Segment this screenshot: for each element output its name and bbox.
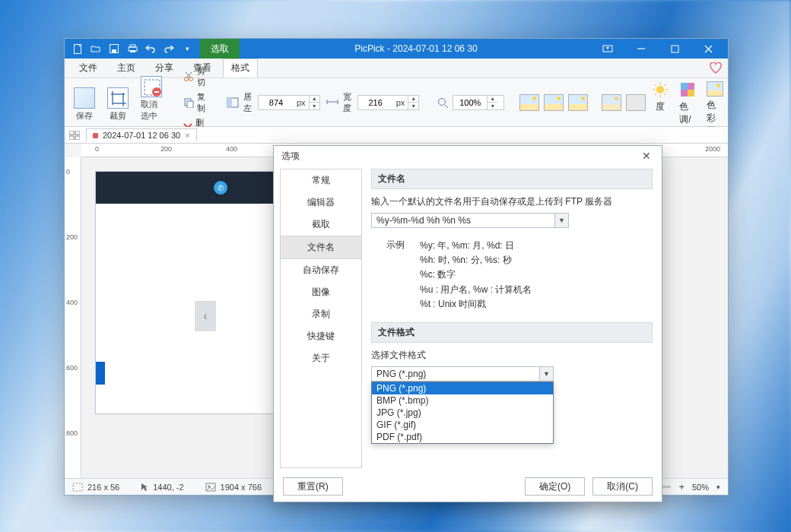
svg-point-12 xyxy=(189,77,193,81)
titlebar: ▾ 选取 PicPick - 2024-07-01 12 06 30 xyxy=(65,39,728,59)
effect-thumb[interactable] xyxy=(626,94,646,111)
hue-saturation-tool[interactable]: 色调/饱和度 xyxy=(679,81,696,123)
svg-rect-32 xyxy=(69,136,74,140)
print-icon[interactable] xyxy=(127,43,138,54)
minimize-button[interactable] xyxy=(626,39,656,59)
effect-thumb[interactable] xyxy=(544,94,564,111)
svg-point-11 xyxy=(185,77,189,81)
redo-icon[interactable] xyxy=(164,43,174,54)
sidebar-item-capture[interactable]: 截取 xyxy=(281,214,361,236)
thumbnails-icon[interactable] xyxy=(69,131,80,140)
zoom-input[interactable]: ▲▼ xyxy=(453,95,504,110)
svg-line-25 xyxy=(664,84,666,86)
quick-access-toolbar: ▾ xyxy=(65,43,200,54)
sidebar-item-general[interactable]: 常规 xyxy=(281,169,361,192)
menu-share[interactable]: 分享 xyxy=(147,59,182,78)
app-window: ▾ 选取 PicPick - 2024-07-01 12 06 30 文件 主页… xyxy=(64,38,729,496)
svg-line-23 xyxy=(655,84,656,86)
svg-rect-31 xyxy=(75,131,80,135)
svg-line-26 xyxy=(655,93,656,95)
undo-icon[interactable] xyxy=(145,43,156,54)
page-logo-icon: ✆ xyxy=(214,181,227,195)
example-block: 示例 %y: 年, %m: 月, %d: 日 %h: 时, %n: 分, %s:… xyxy=(386,239,653,312)
ribbon-deselect[interactable]: 取消选中 xyxy=(138,81,165,123)
new-icon[interactable] xyxy=(72,43,83,54)
menu-file[interactable]: 文件 xyxy=(71,59,106,78)
sidebar-item-record[interactable]: 录制 xyxy=(281,303,361,325)
svg-rect-28 xyxy=(681,83,688,90)
document-tab[interactable]: 2024-07-01 12 06 30 × xyxy=(86,128,197,141)
zoom-icon xyxy=(437,97,448,108)
effect-thumb[interactable] xyxy=(568,94,588,111)
window-controls xyxy=(592,39,728,59)
svg-point-18 xyxy=(656,86,664,93)
dialog-footer: 重置(R) 确定(O) 取消(C) xyxy=(274,471,662,502)
brightness-tool[interactable]: 度 xyxy=(652,81,669,123)
filename-description: 输入一个默认的文件名用于自动保存或是上传到 FTP 服务器 xyxy=(371,195,653,208)
open-icon[interactable] xyxy=(91,43,101,54)
options-dialog: 选项 ✕ 常规 编辑器 截取 文件名 自动保存 图像 录制 快捷键 关于 文件名… xyxy=(273,145,662,502)
sidebar-item-filename[interactable]: 文件名 xyxy=(281,236,361,259)
width-icon xyxy=(326,97,337,108)
sidebar-item-autosave[interactable]: 自动保存 xyxy=(281,259,361,281)
sidebar-item-hotkeys[interactable]: 快捷键 xyxy=(281,325,361,347)
sidebar-item-editor[interactable]: 编辑器 xyxy=(281,192,361,214)
leftpos-input[interactable]: px▲▼ xyxy=(258,95,320,110)
ribbon-context-tab[interactable]: 选取 xyxy=(200,39,240,59)
color-balance-tool[interactable]: 色彩平衡 xyxy=(707,81,723,123)
format-option[interactable]: BMP (*.bmp) xyxy=(372,394,553,407)
svg-point-17 xyxy=(439,98,446,105)
maximize-button[interactable] xyxy=(659,39,690,59)
cancel-button[interactable]: 取消(C) xyxy=(592,477,653,496)
document-tabstrip: 2024-07-01 12 06 30 × xyxy=(65,127,728,144)
ruler-vertical: 0 200 400 600 800 xyxy=(65,157,81,478)
chevron-down-icon[interactable]: ▼ xyxy=(554,214,568,227)
svg-rect-8 xyxy=(672,46,678,52)
chevron-down-icon[interactable]: ▼ xyxy=(539,367,553,381)
effect-thumb[interactable] xyxy=(519,94,539,111)
reset-button[interactable]: 重置(R) xyxy=(283,477,343,496)
dialog-close-button[interactable]: ✕ xyxy=(639,148,654,163)
width-input[interactable]: px▲▼ xyxy=(357,95,420,110)
ribbon-copy[interactable]: 复制 xyxy=(183,91,205,114)
window-title: PicPick - 2024-07-01 12 06 30 xyxy=(240,43,592,54)
filename-pattern-combo[interactable]: %y-%m-%d %h %n %s ▼ xyxy=(371,213,569,228)
format-option[interactable]: GIF (*.gif) xyxy=(372,419,553,431)
file-format-combo[interactable]: PNG (*.png) ▼ xyxy=(371,366,554,382)
file-format-dropdown: PNG (*.png) BMP (*.bmp) JPG (*.jpg) GIF … xyxy=(371,382,554,444)
menu-home[interactable]: 主页 xyxy=(109,59,144,78)
prev-arrow-icon: ‹ xyxy=(195,301,216,331)
favorite-icon[interactable] xyxy=(710,62,722,74)
svg-rect-29 xyxy=(688,90,694,97)
menubar: 文件 主页 分享 查看 格式 xyxy=(65,59,728,78)
ribbon: 保存 裁剪 取消选中 剪切 复制 删除 居左 px▲▼ 宽度 px▲▼ ▲▼ xyxy=(65,78,728,127)
svg-rect-30 xyxy=(69,131,74,135)
menu-format[interactable]: 格式 xyxy=(223,59,258,78)
svg-rect-34 xyxy=(73,483,82,491)
compact-ribbon-icon[interactable] xyxy=(592,39,623,59)
sidebar-item-image[interactable]: 图像 xyxy=(281,281,361,303)
sidebar-item-about[interactable]: 关于 xyxy=(281,347,361,369)
section-format-header: 文件格式 xyxy=(371,322,653,343)
ribbon-right-tools: 度 色调/饱和度 色彩平衡 xyxy=(652,81,728,123)
example-label: 示例 xyxy=(386,239,405,312)
ribbon-save[interactable]: 保存 xyxy=(71,81,98,123)
ribbon-cut[interactable]: 剪切 xyxy=(183,65,205,88)
svg-rect-5 xyxy=(130,50,135,52)
status-image-size: 1904 x 766 xyxy=(205,483,262,492)
format-option[interactable]: PNG (*.png) xyxy=(372,382,553,394)
save-icon[interactable] xyxy=(109,43,119,54)
format-option[interactable]: JPG (*.jpg) xyxy=(372,407,553,419)
format-option[interactable]: PDF (*.pdf) xyxy=(372,431,553,443)
svg-rect-33 xyxy=(75,136,80,140)
effect-thumb[interactable] xyxy=(602,94,621,111)
dialog-sidebar: 常规 编辑器 截取 文件名 自动保存 图像 录制 快捷键 关于 xyxy=(280,169,362,468)
ok-button[interactable]: 确定(O) xyxy=(525,477,585,496)
svg-rect-16 xyxy=(227,98,232,107)
qat-dropdown-icon[interactable]: ▾ xyxy=(182,43,192,54)
ribbon-crop[interactable]: 裁剪 xyxy=(104,81,132,123)
close-button[interactable] xyxy=(693,39,723,59)
svg-rect-4 xyxy=(130,45,135,47)
tab-close-icon[interactable]: × xyxy=(185,131,189,140)
section-filename-header: 文件名 xyxy=(371,169,653,189)
